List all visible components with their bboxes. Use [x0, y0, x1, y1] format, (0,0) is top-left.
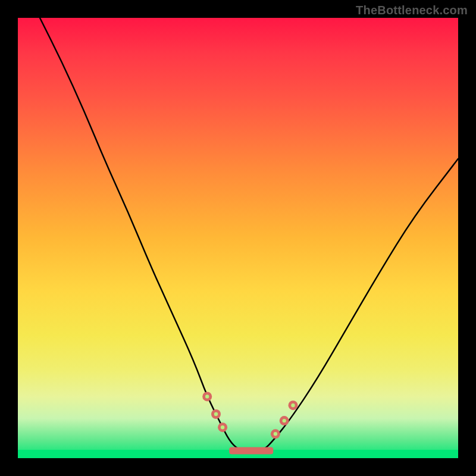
curve-marker-hole: [291, 403, 295, 407]
curve-marker-hole: [283, 419, 286, 422]
watermark-text: TheBottleneck.com: [356, 4, 468, 17]
chart-svg: [18, 18, 458, 458]
curve-marker-hole: [205, 394, 209, 398]
curve-marker-hole: [274, 432, 277, 436]
curve-marker-hole: [221, 425, 224, 429]
bottleneck-curve: [40, 18, 458, 452]
optimal-range-bar: [229, 447, 273, 454]
plot-area: [18, 18, 458, 458]
curve-markers: [202, 392, 298, 439]
curve-marker-hole: [214, 412, 218, 416]
chart-frame: TheBottleneck.com: [0, 0, 476, 476]
